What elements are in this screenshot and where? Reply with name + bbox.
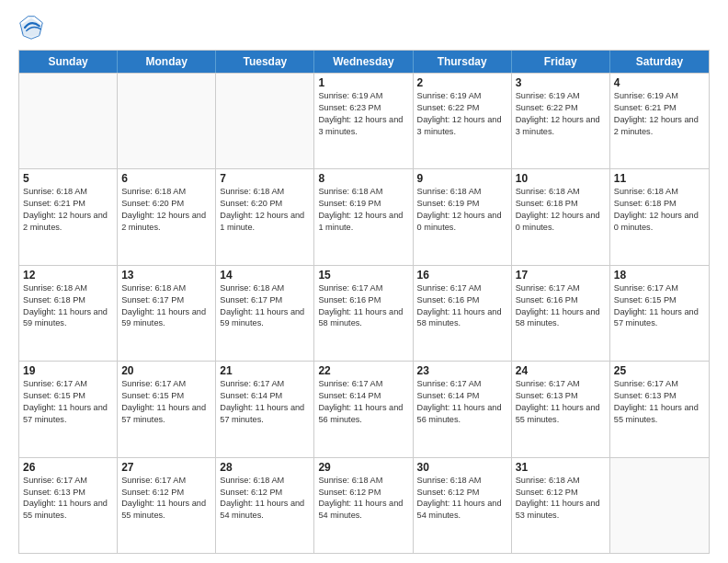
cell-info: Sunrise: 6:17 AMSunset: 6:16 PMDaylight:…: [318, 282, 408, 330]
cell-info: Sunrise: 6:17 AMSunset: 6:15 PMDaylight:…: [23, 378, 113, 426]
sunrise-text: Sunrise: 6:17 AM: [23, 476, 87, 485]
sunrise-text: Sunrise: 6:17 AM: [220, 379, 284, 388]
sunrise-text: Sunrise: 6:17 AM: [121, 476, 186, 485]
empty-cell: [610, 458, 709, 553]
sunset-text: Sunset: 6:12 PM: [220, 488, 282, 497]
day-number: 31: [516, 461, 606, 474]
sunset-text: Sunset: 6:20 PM: [220, 199, 282, 208]
sunset-text: Sunset: 6:13 PM: [516, 391, 578, 400]
cell-info: Sunrise: 6:18 AMSunset: 6:12 PMDaylight:…: [516, 475, 606, 523]
daylight-text: Daylight: 11 hours and 56 minutes.: [417, 403, 502, 424]
day-number: 21: [220, 364, 310, 377]
day-cell-26: 26Sunrise: 6:17 AMSunset: 6:13 PMDayligh…: [19, 458, 118, 553]
cell-info: Sunrise: 6:17 AMSunset: 6:13 PMDaylight:…: [23, 475, 113, 523]
daylight-text: Daylight: 12 hours and 2 minutes.: [614, 115, 699, 136]
sunrise-text: Sunrise: 6:18 AM: [23, 283, 87, 293]
day-number: 10: [516, 172, 606, 185]
sunset-text: Sunset: 6:12 PM: [318, 488, 381, 497]
day-cell-27: 27Sunrise: 6:17 AMSunset: 6:12 PMDayligh…: [118, 458, 216, 553]
daylight-text: Daylight: 11 hours and 57 minutes.: [23, 403, 108, 424]
cell-info: Sunrise: 6:19 AMSunset: 6:23 PMDaylight:…: [318, 90, 408, 138]
sunset-text: Sunset: 6:12 PM: [121, 488, 184, 497]
daylight-text: Daylight: 11 hours and 58 minutes.: [417, 307, 502, 328]
cell-info: Sunrise: 6:18 AMSunset: 6:19 PMDaylight:…: [417, 186, 507, 234]
sunrise-text: Sunrise: 6:19 AM: [417, 91, 482, 100]
daylight-text: Daylight: 12 hours and 0 minutes.: [417, 211, 502, 232]
sunset-text: Sunset: 6:12 PM: [516, 488, 578, 497]
day-cell-10: 10Sunrise: 6:18 AMSunset: 6:18 PMDayligh…: [512, 169, 610, 264]
daylight-text: Daylight: 12 hours and 3 minutes.: [318, 115, 403, 136]
sunrise-text: Sunrise: 6:17 AM: [318, 283, 382, 293]
sunrise-text: Sunrise: 6:18 AM: [23, 187, 87, 196]
sunset-text: Sunset: 6:21 PM: [23, 199, 85, 208]
day-cell-30: 30Sunrise: 6:18 AMSunset: 6:12 PMDayligh…: [414, 458, 512, 553]
calendar-week-2: 5Sunrise: 6:18 AMSunset: 6:21 PMDaylight…: [19, 168, 709, 264]
day-cell-29: 29Sunrise: 6:18 AMSunset: 6:12 PMDayligh…: [314, 458, 413, 553]
day-cell-20: 20Sunrise: 6:17 AMSunset: 6:15 PMDayligh…: [118, 362, 216, 456]
sunrise-text: Sunrise: 6:18 AM: [220, 187, 284, 196]
sunrise-text: Sunrise: 6:18 AM: [614, 187, 678, 196]
sunrise-text: Sunrise: 6:18 AM: [417, 187, 482, 196]
sunset-text: Sunset: 6:13 PM: [614, 391, 677, 400]
daylight-text: Daylight: 11 hours and 54 minutes.: [318, 499, 403, 520]
cell-info: Sunrise: 6:17 AMSunset: 6:15 PMDaylight:…: [614, 282, 705, 330]
day-number: 19: [23, 364, 113, 377]
daylight-text: Daylight: 11 hours and 58 minutes.: [516, 307, 600, 328]
sunrise-text: Sunrise: 6:18 AM: [417, 476, 482, 485]
day-cell-25: 25Sunrise: 6:17 AMSunset: 6:13 PMDayligh…: [610, 362, 709, 456]
sunset-text: Sunset: 6:16 PM: [516, 295, 578, 304]
daylight-text: Daylight: 11 hours and 57 minutes.: [614, 307, 699, 328]
day-cell-24: 24Sunrise: 6:17 AMSunset: 6:13 PMDayligh…: [512, 362, 610, 456]
calendar-week-3: 12Sunrise: 6:18 AMSunset: 6:18 PMDayligh…: [19, 265, 709, 361]
sunrise-text: Sunrise: 6:17 AM: [23, 379, 87, 388]
sunrise-text: Sunrise: 6:18 AM: [318, 187, 382, 196]
calendar-week-1: 1Sunrise: 6:19 AMSunset: 6:23 PMDaylight…: [19, 73, 709, 168]
day-number: 7: [220, 172, 310, 185]
cell-info: Sunrise: 6:18 AMSunset: 6:12 PMDaylight:…: [318, 475, 408, 523]
day-number: 30: [417, 461, 507, 474]
day-number: 29: [318, 461, 408, 474]
sunrise-text: Sunrise: 6:17 AM: [516, 379, 580, 388]
sunrise-text: Sunrise: 6:19 AM: [614, 91, 678, 100]
sunset-text: Sunset: 6:14 PM: [220, 391, 282, 400]
sunrise-text: Sunrise: 6:19 AM: [318, 91, 382, 100]
sunrise-text: Sunrise: 6:18 AM: [318, 476, 382, 485]
daylight-text: Daylight: 12 hours and 3 minutes.: [417, 115, 502, 136]
page: SundayMondayTuesdayWednesdayThursdayFrid…: [0, 0, 728, 563]
day-number: 11: [614, 172, 705, 185]
sunrise-text: Sunrise: 6:18 AM: [220, 476, 284, 485]
sunrise-text: Sunrise: 6:17 AM: [614, 379, 678, 388]
day-cell-13: 13Sunrise: 6:18 AMSunset: 6:17 PMDayligh…: [118, 266, 216, 361]
empty-cell: [19, 74, 118, 168]
cell-info: Sunrise: 6:18 AMSunset: 6:17 PMDaylight:…: [121, 282, 211, 330]
day-number: 8: [318, 172, 408, 185]
cell-info: Sunrise: 6:18 AMSunset: 6:17 PMDaylight:…: [220, 282, 310, 330]
day-number: 9: [417, 172, 507, 185]
sunset-text: Sunset: 6:23 PM: [318, 103, 381, 112]
day-header-monday: Monday: [118, 51, 216, 73]
cell-info: Sunrise: 6:17 AMSunset: 6:14 PMDaylight:…: [220, 378, 310, 426]
daylight-text: Daylight: 11 hours and 55 minutes.: [121, 499, 206, 520]
day-cell-3: 3Sunrise: 6:19 AMSunset: 6:22 PMDaylight…: [512, 74, 610, 168]
cell-info: Sunrise: 6:17 AMSunset: 6:14 PMDaylight:…: [318, 378, 408, 426]
day-cell-22: 22Sunrise: 6:17 AMSunset: 6:14 PMDayligh…: [314, 362, 413, 456]
cell-info: Sunrise: 6:18 AMSunset: 6:19 PMDaylight:…: [318, 186, 408, 234]
cell-info: Sunrise: 6:19 AMSunset: 6:22 PMDaylight:…: [417, 90, 507, 138]
cell-info: Sunrise: 6:17 AMSunset: 6:16 PMDaylight:…: [516, 282, 606, 330]
cell-info: Sunrise: 6:17 AMSunset: 6:12 PMDaylight:…: [121, 475, 211, 523]
cell-info: Sunrise: 6:17 AMSunset: 6:16 PMDaylight:…: [417, 282, 507, 330]
day-cell-6: 6Sunrise: 6:18 AMSunset: 6:20 PMDaylight…: [118, 169, 216, 264]
daylight-text: Daylight: 11 hours and 59 minutes.: [23, 307, 108, 328]
day-cell-31: 31Sunrise: 6:18 AMSunset: 6:12 PMDayligh…: [512, 458, 610, 553]
day-cell-1: 1Sunrise: 6:19 AMSunset: 6:23 PMDaylight…: [314, 74, 413, 168]
cell-info: Sunrise: 6:17 AMSunset: 6:13 PMDaylight:…: [614, 378, 705, 426]
daylight-text: Daylight: 11 hours and 57 minutes.: [121, 403, 206, 424]
day-number: 4: [614, 76, 705, 89]
day-number: 23: [417, 364, 507, 377]
day-cell-12: 12Sunrise: 6:18 AMSunset: 6:18 PMDayligh…: [19, 266, 118, 361]
cell-info: Sunrise: 6:18 AMSunset: 6:18 PMDaylight:…: [516, 186, 606, 234]
cell-info: Sunrise: 6:18 AMSunset: 6:18 PMDaylight:…: [614, 186, 705, 234]
sunset-text: Sunset: 6:21 PM: [614, 103, 677, 112]
sunrise-text: Sunrise: 6:19 AM: [516, 91, 580, 100]
sunset-text: Sunset: 6:19 PM: [417, 199, 480, 208]
